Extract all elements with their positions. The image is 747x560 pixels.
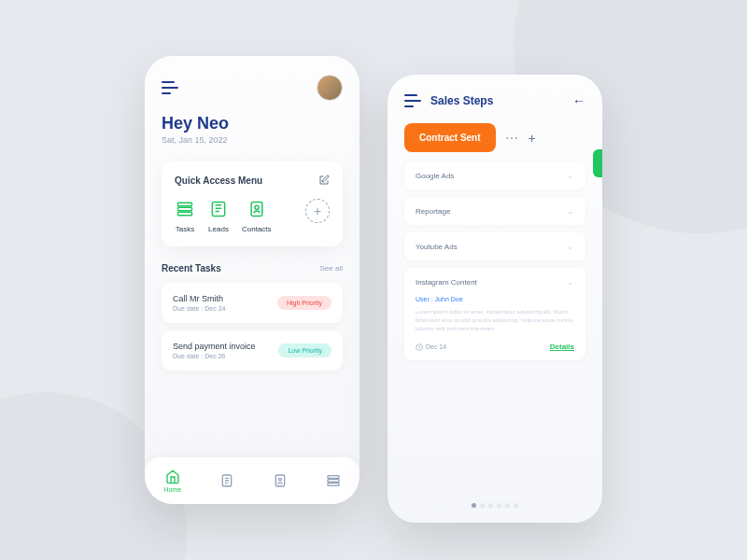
sales-title: Sales Steps [430, 94, 493, 107]
task-title: Call Mr Smith [173, 294, 225, 303]
sales-item-date-text: Dec 14 [426, 343, 446, 350]
menu-icon[interactable] [404, 94, 421, 107]
task-title: Send payment invoice [173, 342, 256, 351]
svg-rect-2 [178, 212, 192, 215]
quick-access-label: Contacts [242, 225, 272, 233]
more-icon[interactable]: ⋯ [505, 131, 519, 146]
sales-item-title: Reportage [416, 207, 450, 216]
chevron-down-icon: ⌄ [567, 242, 574, 251]
home-icon [165, 469, 180, 484]
sales-item[interactable]: Youtube Ads⌄ [404, 232, 585, 260]
bottom-nav: Home [145, 457, 359, 504]
chevron-down-icon: ⌄ [567, 171, 574, 180]
tasks-icon [175, 199, 195, 219]
sales-screen: Sales Steps ← Contract Sent ⋯ + Google A… [388, 75, 602, 523]
back-button[interactable]: ← [572, 93, 585, 108]
chevron-down-icon: ⌄ [567, 277, 574, 287]
sales-item[interactable]: Google Ads⌄ [404, 161, 585, 189]
svg-rect-1 [178, 207, 192, 210]
task-card[interactable]: Call Mr Smith Due date : Dec 24 High Pri… [162, 283, 343, 323]
svg-rect-0 [178, 203, 192, 205]
sales-item-title: Youtube Ads [416, 243, 458, 251]
svg-rect-10 [328, 480, 339, 483]
clipboard-icon [219, 473, 234, 488]
home-header [162, 75, 343, 101]
contract-sent-button[interactable]: Contract Sent [404, 123, 496, 152]
nav-home[interactable]: Home [163, 469, 181, 493]
page-indicator [472, 503, 518, 508]
priority-badge-high: High Priority [277, 296, 331, 310]
nav-contacts[interactable] [273, 473, 288, 488]
quick-access-card: Quick Access Menu Tasks Leads Contacts + [162, 161, 343, 246]
see-all-link[interactable]: See all [320, 264, 343, 273]
task-card[interactable]: Send payment invoice Due date : Dec 26 L… [162, 330, 343, 371]
sales-header: Sales Steps ← [404, 93, 585, 108]
svg-rect-11 [328, 483, 339, 486]
sales-item-text: Lorem ipsum dolor sit amet, consectetur … [416, 308, 574, 333]
sales-item[interactable]: Reportage⌄ [404, 197, 585, 225]
sales-item-user: User : John Doe [416, 296, 574, 302]
contacts-icon [247, 199, 267, 219]
chevron-down-icon: ⌄ [567, 206, 574, 216]
home-screen: Hey Neo Sat, Jan 15, 2022 Quick Access M… [145, 56, 359, 504]
clock-icon [416, 343, 423, 351]
edit-icon[interactable] [318, 175, 330, 186]
quick-access-tasks[interactable]: Tasks [175, 199, 195, 233]
nav-tasks[interactable] [219, 473, 234, 488]
sales-item-date: Dec 14 [416, 343, 446, 351]
side-tab-indicator[interactable] [593, 149, 602, 177]
task-due: Due date : Dec 26 [173, 353, 256, 359]
nav-home-label: Home [163, 486, 181, 493]
add-quick-access-button[interactable]: + [305, 199, 330, 223]
svg-rect-9 [328, 476, 339, 479]
sales-item-title: Google Ads [416, 172, 454, 180]
greeting-text: Hey Neo [162, 114, 343, 133]
sales-item-expanded[interactable]: Instagram Content⌄ User : John Doe Lorem… [404, 268, 585, 360]
svg-point-5 [255, 205, 259, 209]
svg-rect-3 [212, 203, 224, 217]
quick-access-label: Leads [208, 225, 229, 233]
recent-tasks-title: Recent Tasks [162, 263, 221, 273]
quick-access-label: Tasks [176, 225, 194, 233]
menu-icon[interactable] [162, 81, 178, 94]
task-due: Due date : Dec 24 [173, 305, 225, 312]
quick-access-title: Quick Access Menu [175, 175, 262, 186]
date-text: Sat, Jan 15, 2022 [162, 135, 343, 145]
stack-icon [326, 473, 341, 488]
add-button[interactable]: + [529, 131, 536, 146]
quick-access-contacts[interactable]: Contacts [242, 199, 272, 233]
sales-item-title: Instagram Content [416, 278, 477, 287]
person-icon [273, 473, 288, 488]
nav-data[interactable] [326, 473, 341, 488]
avatar[interactable] [317, 75, 343, 101]
svg-point-8 [278, 478, 281, 481]
priority-badge-low: Low Priority [278, 343, 331, 357]
quick-access-leads[interactable]: Leads [208, 199, 229, 233]
details-link[interactable]: Details [550, 343, 574, 351]
leads-icon [208, 199, 229, 219]
